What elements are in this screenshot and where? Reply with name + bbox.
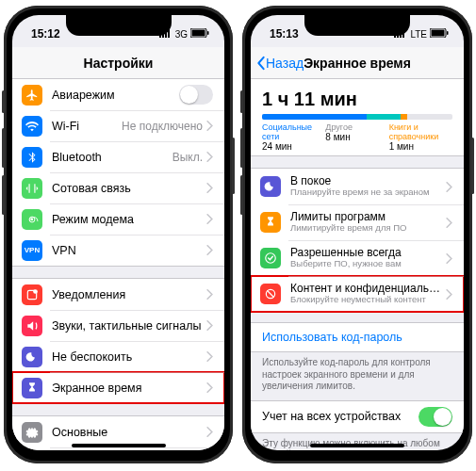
chevron-right-icon	[446, 253, 452, 264]
row-label: VPN	[52, 244, 206, 257]
settings-row-airplane[interactable]: Авиарежим	[12, 79, 224, 110]
hotspot-icon	[22, 209, 42, 230]
phone-settings: 15:12 3G Настройки АвиарежимWi-FiНе подк…	[4, 6, 233, 463]
row-status: Выкл.	[172, 151, 203, 164]
network-label: LTE	[410, 29, 427, 40]
settings-row-sound[interactable]: Звуки, тактильные сигналы	[12, 310, 224, 341]
wifi-icon	[22, 116, 42, 137]
notif-icon	[22, 284, 42, 305]
phone-screentime: 15:13 LTE Назад Экранное время 1 ч 11 ми…	[242, 6, 472, 463]
row-label: Основные	[52, 426, 206, 439]
moon-icon	[260, 176, 281, 197]
chevron-right-icon	[206, 320, 213, 331]
row-label: Bluetooth	[52, 151, 172, 164]
usage-seg-1	[367, 114, 401, 120]
settings-row-bt[interactable]: BluetoothВыкл.	[12, 141, 224, 172]
chevron-right-icon	[206, 382, 213, 393]
row-label: Экранное время	[52, 382, 206, 395]
total-time[interactable]: 1 ч 11 мин	[251, 79, 464, 114]
chevron-right-icon	[206, 214, 213, 224]
vpn-icon: VPN	[22, 240, 42, 261]
chevron-right-icon	[206, 183, 213, 193]
switch[interactable]	[179, 85, 213, 105]
share-row[interactable]: Учет на всех устройствах	[251, 400, 464, 433]
row-label: Сотовая связь	[52, 182, 206, 195]
legend-2: Книги и справочники1 мин	[389, 122, 452, 152]
network-label: 3G	[175, 29, 188, 40]
row-label: Не беспокоить	[52, 350, 206, 364]
share-label: Учет на всех устройствах	[262, 410, 419, 423]
feature-hourglass[interactable]: Лимиты программЛимитируйте время для ПО	[251, 204, 464, 240]
notch	[304, 15, 410, 36]
row-label: Авиарежим	[52, 89, 179, 102]
feature-moon[interactable]: В покоеПланируйте время не за экраном	[251, 169, 464, 204]
chevron-right-icon	[446, 218, 452, 228]
bt-icon	[22, 147, 42, 168]
row-label: Уведомления	[52, 288, 206, 301]
passcode-note: Используйте код-пароль для контроля наст…	[251, 352, 464, 393]
usage-bar[interactable]: Социальные сети24 минДругое8 минКниги и …	[251, 114, 464, 156]
settings-row-vpn[interactable]: VPNVPN	[12, 235, 224, 266]
svg-point-11	[33, 289, 38, 294]
nav-title: Экранное время	[304, 56, 411, 71]
feature-ban[interactable]: Контент и конфиденциальностьБлокируйте н…	[251, 276, 464, 312]
feature-text: Разрешенные всегдаВыберите ПО, нужное ва…	[290, 247, 446, 270]
settings-row-notif[interactable]: Уведомления	[12, 279, 224, 310]
nav-bar: Настройки	[12, 47, 224, 79]
feature-text: Лимиты программЛимитируйте время для ПО	[290, 211, 446, 235]
settings-row-cc[interactable]: Пункт управления	[12, 447, 224, 450]
chevron-right-icon	[206, 152, 213, 162]
screentime-content[interactable]: 1 ч 11 мин Социальные сети24 минДругое8 …	[251, 79, 464, 450]
chevron-right-icon	[206, 289, 213, 300]
battery-icon	[430, 28, 449, 40]
home-indicator[interactable]	[72, 444, 166, 447]
battery-icon	[190, 28, 209, 40]
settings-row-dnd[interactable]: Не беспокоить	[12, 341, 224, 372]
usage-seg-0	[262, 114, 367, 120]
chevron-right-icon	[206, 245, 213, 255]
chevron-right-icon	[446, 289, 452, 300]
legend-0: Социальные сети24 мин	[262, 122, 325, 152]
home-indicator[interactable]	[310, 444, 404, 447]
check-icon	[260, 248, 281, 268]
hourglass-icon	[260, 212, 281, 233]
settings-row-screentime[interactable]: Экранное время	[12, 372, 224, 403]
usage-seg-2	[401, 114, 406, 120]
svg-rect-24	[432, 30, 445, 37]
row-label: Звуки, тактильные сигналы	[52, 319, 206, 333]
status-time: 15:12	[27, 27, 60, 41]
gear-icon	[22, 422, 42, 443]
share-switch[interactable]	[419, 407, 452, 427]
share-note: Эту функцию можно включить на любом устр…	[251, 433, 464, 451]
chevron-right-icon	[206, 121, 213, 131]
feature-text: В покоеПланируйте время не за экраном	[290, 175, 446, 199]
sound-icon	[22, 316, 42, 336]
svg-point-7	[31, 218, 33, 219]
chevron-right-icon	[206, 351, 213, 362]
chevron-right-icon	[206, 427, 213, 437]
row-label: Режим модема	[52, 213, 206, 226]
svg-line-28	[268, 291, 274, 298]
settings-list[interactable]: АвиарежимWi-FiНе подключеноBluetoothВыкл…	[12, 79, 224, 450]
status-time: 15:13	[266, 27, 299, 41]
svg-rect-5	[192, 30, 205, 37]
feature-check[interactable]: Разрешенные всегдаВыберите ПО, нужное ва…	[251, 240, 464, 276]
dnd-icon	[22, 347, 42, 367]
back-button[interactable]: Назад	[256, 56, 304, 71]
nav-bar: Назад Экранное время	[251, 47, 464, 79]
ban-icon	[260, 284, 281, 304]
row-label: Wi-Fi	[52, 120, 122, 133]
svg-rect-25	[447, 31, 449, 35]
settings-row-hotspot[interactable]: Режим модема	[12, 203, 224, 235]
back-label: Назад	[266, 56, 304, 71]
chevron-right-icon	[446, 182, 452, 192]
row-status: Не подключено	[122, 120, 203, 133]
settings-row-wifi[interactable]: Wi-FiНе подключено	[12, 110, 224, 141]
feature-text: Контент и конфиденциальностьБлокируйте н…	[290, 283, 446, 306]
airplane-icon	[22, 85, 42, 106]
passcode-link[interactable]: Использовать код-пароль	[251, 322, 464, 352]
cell-icon	[22, 178, 42, 199]
svg-rect-6	[207, 31, 209, 35]
nav-title: Настройки	[84, 56, 154, 71]
settings-row-cell[interactable]: Сотовая связь	[12, 172, 224, 203]
